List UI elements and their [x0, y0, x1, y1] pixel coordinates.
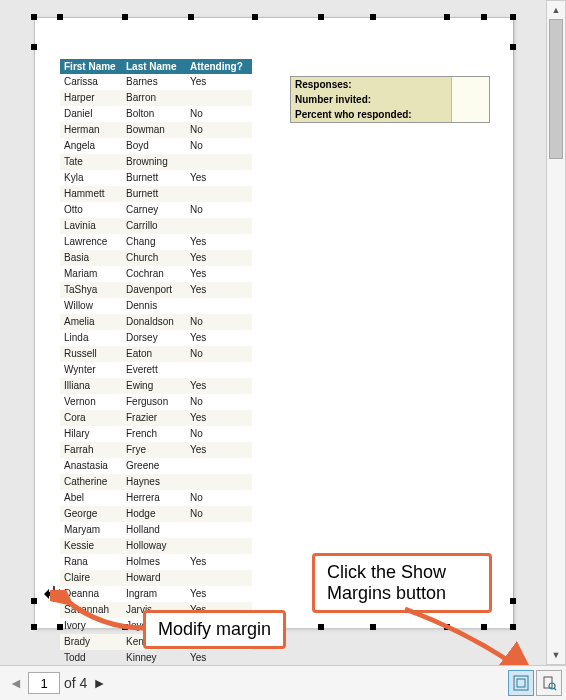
table-cell: Ewing [122, 378, 186, 394]
table-cell: Burnett [122, 186, 186, 202]
table-row: TateBrowning [60, 154, 252, 170]
table-cell: No [186, 138, 252, 154]
margin-handle[interactable] [31, 624, 37, 630]
table-cell: Yes [186, 266, 252, 282]
table-row: HarperBarron [60, 90, 252, 106]
table-cell: Todd [60, 650, 122, 666]
table-cell: Davenport [122, 282, 186, 298]
table-row: RanaHolmesYes [60, 554, 252, 570]
table-cell: Yes [186, 378, 252, 394]
table-row: MaryamHolland [60, 522, 252, 538]
table-cell [186, 298, 252, 314]
prev-page-button[interactable]: ◄ [8, 673, 24, 693]
svg-rect-3 [544, 677, 552, 688]
table-cell: Carrillo [122, 218, 186, 234]
table-cell: Chang [122, 234, 186, 250]
table-row: BasiaChurchYes [60, 250, 252, 266]
table-cell: Holland [122, 522, 186, 538]
table-header: First Name [60, 59, 122, 74]
margin-handle[interactable] [481, 624, 487, 630]
table-row: HermanBowmanNo [60, 122, 252, 138]
table-cell: Everett [122, 362, 186, 378]
scroll-up-icon[interactable]: ▲ [547, 1, 565, 19]
invited-value [451, 92, 489, 107]
table-cell: Ferguson [122, 394, 186, 410]
percent-label: Percent who responded: [291, 107, 451, 122]
table-cell: Yes [186, 586, 252, 602]
zoom-to-page-button[interactable] [536, 670, 562, 696]
margin-handle[interactable] [31, 14, 37, 20]
scroll-down-icon[interactable]: ▼ [547, 646, 565, 664]
page-preview: First Name Last Name Attending? CarissaB… [35, 18, 513, 628]
table-cell: Deanna [60, 586, 122, 602]
table-cell: Ivory [60, 618, 122, 634]
table-cell: Haynes [122, 474, 186, 490]
margin-handle[interactable] [57, 624, 63, 630]
table-cell: Barnes [122, 74, 186, 90]
margin-handle[interactable] [510, 598, 516, 604]
table-cell: Yes [186, 650, 252, 666]
table-cell: Willow [60, 298, 122, 314]
table-cell: Rana [60, 554, 122, 570]
table-cell: Basia [60, 250, 122, 266]
margin-handle[interactable] [510, 624, 516, 630]
column-handle[interactable] [122, 624, 128, 630]
page-navigator: ◄ of 4 ► [8, 672, 107, 694]
table-cell [186, 218, 252, 234]
column-handle[interactable] [188, 14, 194, 20]
table-cell [186, 458, 252, 474]
table-cell: Yes [186, 170, 252, 186]
table-cell: Yes [186, 282, 252, 298]
column-handle[interactable] [318, 14, 324, 20]
margin-handle[interactable] [31, 44, 37, 50]
table-cell: Carissa [60, 74, 122, 90]
next-page-button[interactable]: ► [91, 673, 107, 693]
table-cell: Cora [60, 410, 122, 426]
column-handle[interactable] [444, 624, 450, 630]
margin-handle[interactable] [57, 14, 63, 20]
table-cell: Burnett [122, 170, 186, 186]
table-cell: Catherine [60, 474, 122, 490]
column-handle[interactable] [122, 14, 128, 20]
table-cell: Holloway [122, 538, 186, 554]
table-header: Last Name [122, 59, 186, 74]
svg-rect-2 [517, 679, 525, 687]
table-cell: Maryam [60, 522, 122, 538]
column-handle[interactable] [444, 14, 450, 20]
table-row: DeannaIngramYes [60, 586, 252, 602]
table-cell: Church [122, 250, 186, 266]
margin-handle[interactable] [31, 598, 37, 604]
table-cell: No [186, 394, 252, 410]
table-cell: No [186, 506, 252, 522]
column-handle[interactable] [370, 624, 376, 630]
margin-handle[interactable] [510, 14, 516, 20]
column-handle[interactable] [252, 14, 258, 20]
table-cell: Hilary [60, 426, 122, 442]
page-number-input[interactable] [28, 672, 60, 694]
column-handle[interactable] [318, 624, 324, 630]
table-cell: Angela [60, 138, 122, 154]
table-cell: Yes [186, 74, 252, 90]
vertical-scrollbar[interactable]: ▲ ▼ [546, 0, 566, 665]
column-handle[interactable] [370, 14, 376, 20]
table-cell: Bolton [122, 106, 186, 122]
margin-handle[interactable] [510, 44, 516, 50]
percent-value [451, 107, 489, 122]
table-cell: Dorsey [122, 330, 186, 346]
table-row: DanielBoltonNo [60, 106, 252, 122]
show-margins-button[interactable] [508, 670, 534, 696]
table-row: AnastasiaGreene [60, 458, 252, 474]
table-cell: George [60, 506, 122, 522]
table-cell: Yes [186, 554, 252, 570]
table-row: ClaireHoward [60, 570, 252, 586]
table-cell: Yes [186, 410, 252, 426]
table-cell: Howard [122, 570, 186, 586]
table-cell: Brady [60, 634, 122, 650]
margin-guide[interactable] [513, 18, 514, 628]
table-cell: Tate [60, 154, 122, 170]
table-row: CoraFrazierYes [60, 410, 252, 426]
table-row: LaviniaCarrillo [60, 218, 252, 234]
margin-handle[interactable] [481, 14, 487, 20]
scrollbar-thumb[interactable] [549, 19, 563, 159]
table-row: HammettBurnett [60, 186, 252, 202]
